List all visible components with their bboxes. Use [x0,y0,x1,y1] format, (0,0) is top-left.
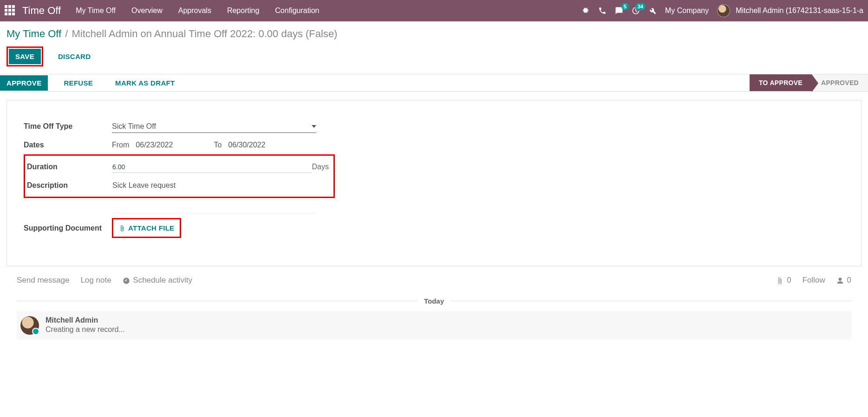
nav-configuration[interactable]: Configuration [275,7,319,15]
nav-reporting[interactable]: Reporting [227,7,259,15]
navbar: Time Off My Time Off Overview Approvals … [0,0,868,21]
breadcrumb-root[interactable]: My Time Off [7,28,61,40]
messages-icon[interactable]: 5 [615,7,623,15]
label-to: To [214,141,222,149]
chatter-top: Send message Log note Schedule activity … [17,276,851,285]
row-supporting: Supporting Document ATTACH FILE [24,218,844,238]
attach-file-button[interactable]: ATTACH FILE [114,220,179,236]
nav-links: My Time Off Overview Approvals Reporting… [76,7,319,15]
save-button[interactable]: SAVE [9,49,41,64]
refuse-button[interactable]: REFUSE [57,75,99,91]
log-note[interactable]: Log note [80,276,111,285]
highlight-duration-description: Duration 6.00 Days Description Sick Leav… [24,154,335,198]
schedule-activity[interactable]: Schedule activity [123,276,192,285]
breadcrumb-current: Mitchell Admin on Annual Time Off 2022: … [72,28,338,40]
nav-overview[interactable]: Overview [131,7,163,15]
attach-file-label: ATTACH FILE [128,224,174,232]
label-description: Description [27,181,112,190]
row-description: Description Sick Leave request [27,176,332,195]
form-sheet: Time Off Type Sick Time Off Dates From 0… [7,100,861,266]
nav-my-time-off[interactable]: My Time Off [76,7,116,15]
duration-input[interactable]: 6.00 [112,161,312,173]
breadcrumb: My Time Off / Mitchell Admin on Annual T… [7,28,861,40]
follower-count[interactable]: 0 [836,276,851,285]
label-days: Days [312,163,332,171]
bug-icon[interactable] [581,7,590,15]
sheet-wrap: Time Off Type Sick Time Off Dates From 0… [0,92,868,358]
row-duration: Duration 6.00 Days [27,158,332,176]
description-input[interactable]: Sick Leave request [112,181,332,190]
activities-icon[interactable]: 34 [632,7,640,15]
statusbar: APPROVE REFUSE MARK AS DRAFT TO APPROVE … [0,74,868,92]
message-avatar [20,316,39,335]
message-text: Creating a new record... [46,325,125,334]
paperclip-icon [119,225,125,232]
highlight-save: SAVE [7,46,43,66]
activities-badge: 34 [635,3,646,10]
type-value: Sick Time Off [112,122,156,131]
messages-badge: 5 [621,3,629,10]
mark-draft-button[interactable]: MARK AS DRAFT [109,75,181,91]
nav-approvals[interactable]: Approvals [178,7,211,15]
chatter-right: 0 Follow 0 [776,276,851,285]
status-steps: TO APPROVE APPROVED [750,74,868,91]
send-message[interactable]: Send message [17,276,69,285]
phone-icon[interactable] [598,7,607,15]
approve-button[interactable]: APPROVE [0,75,48,91]
caret-icon [312,125,316,128]
row-type: Time Off Type Sick Time Off [24,117,844,136]
message: Mitchell Admin Creating a new record... [17,311,851,339]
attachment-count[interactable]: 0 [776,276,791,285]
label-dates: Dates [24,141,112,149]
header-area: My Time Off / Mitchell Admin on Annual T… [0,21,868,69]
label-type: Time Off Type [24,122,112,131]
clock-icon [123,276,131,285]
label-from: From [112,141,129,149]
today-label: Today [418,297,450,305]
company-selector[interactable]: My Company [665,7,709,15]
user-menu[interactable]: Mitchell Admin (16742131-saas-15-1-a [717,4,863,17]
nav-right: 5 34 My Company Mitchell Admin (16742131… [581,4,863,17]
app-brand[interactable]: Time Off [22,5,61,17]
tools-icon[interactable] [648,7,657,15]
chatter: Send message Log note Schedule activity … [7,266,861,358]
paperclip-icon [776,276,784,285]
field-type[interactable]: Sick Time Off [112,120,316,133]
avatar [717,4,730,17]
user-name: Mitchell Admin (16742131-saas-15-1-a [736,7,863,15]
action-row: SAVE DISCARD [7,46,861,66]
today-divider: Today [17,297,851,305]
highlight-attach: ATTACH FILE [112,218,181,238]
statusbar-left: APPROVE REFUSE MARK AS DRAFT [0,75,181,91]
status-to-approve[interactable]: TO APPROVE [750,74,812,91]
discard-button[interactable]: DISCARD [52,49,97,64]
breadcrumb-sep: / [65,28,68,40]
person-icon [836,276,845,285]
follow-button[interactable]: Follow [803,276,825,285]
date-to[interactable]: 06/30/2022 [228,141,265,149]
row-dates: Dates From 06/23/2022 To 06/30/2022 [24,136,844,154]
message-author: Mitchell Admin [46,316,125,324]
status-approved[interactable]: APPROVED [812,74,868,91]
label-duration: Duration [27,163,112,171]
label-supporting: Supporting Document [24,224,112,232]
apps-icon[interactable] [5,5,16,16]
date-from[interactable]: 06/23/2022 [136,141,173,149]
